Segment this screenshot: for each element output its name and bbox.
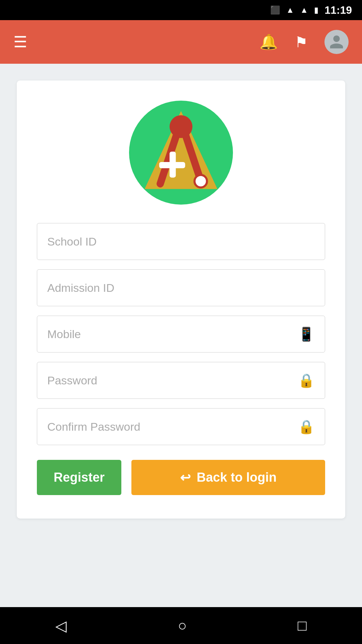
back-to-login-label: Back to login <box>197 470 277 485</box>
app-bar: ☰ 🔔 ⚑ <box>0 20 362 64</box>
svg-point-7 <box>194 175 207 187</box>
status-time: 11:19 <box>324 4 352 16</box>
password-input[interactable] <box>47 374 293 387</box>
mobile-icon: 📱 <box>298 326 315 342</box>
back-nav-icon[interactable]: ◁ <box>55 617 67 634</box>
svg-point-4 <box>170 115 192 138</box>
recent-nav-icon[interactable]: □ <box>298 617 307 634</box>
mobile-input[interactable] <box>47 328 293 341</box>
avatar-icon <box>328 34 345 50</box>
back-to-login-button[interactable]: ↩ Back to login <box>131 460 325 495</box>
register-button[interactable]: Register <box>37 460 121 495</box>
confirm-password-input[interactable] <box>47 420 293 433</box>
notification-icon[interactable]: 🔔 <box>259 33 278 51</box>
buttons-row: Register ↩ Back to login <box>37 460 325 495</box>
battery-icon: ▮ <box>314 5 318 15</box>
wifi-icon: ▲ <box>286 5 294 15</box>
school-id-field[interactable] <box>37 223 325 260</box>
school-id-input[interactable] <box>47 235 315 248</box>
back-arrow-icon: ↩ <box>180 470 191 485</box>
admission-id-field[interactable] <box>37 269 325 306</box>
password-field[interactable]: 🔒 <box>37 362 325 399</box>
admission-id-input[interactable] <box>47 281 315 294</box>
avatar[interactable] <box>324 30 349 54</box>
registration-card: 📱 🔒 🔒 Register ↩ Back to login <box>17 80 345 519</box>
flag-icon[interactable]: ⚑ <box>295 34 308 51</box>
status-bar: ⬛ ▲ ▲ ▮ 11:19 <box>0 0 362 20</box>
cast-icon: ⬛ <box>270 5 280 15</box>
lock-icon: 🔒 <box>298 373 315 388</box>
home-nav-icon[interactable]: ○ <box>178 617 187 634</box>
main-content: 📱 🔒 🔒 Register ↩ Back to login <box>0 64 362 607</box>
confirm-lock-icon: 🔒 <box>298 419 315 435</box>
menu-icon[interactable]: ☰ <box>13 33 27 51</box>
app-logo <box>129 101 233 205</box>
bottom-nav: ◁ ○ □ <box>0 607 362 644</box>
confirm-password-field[interactable]: 🔒 <box>37 408 325 445</box>
mobile-field[interactable]: 📱 <box>37 316 325 353</box>
signal-icon: ▲ <box>300 5 308 15</box>
svg-rect-6 <box>170 152 176 178</box>
